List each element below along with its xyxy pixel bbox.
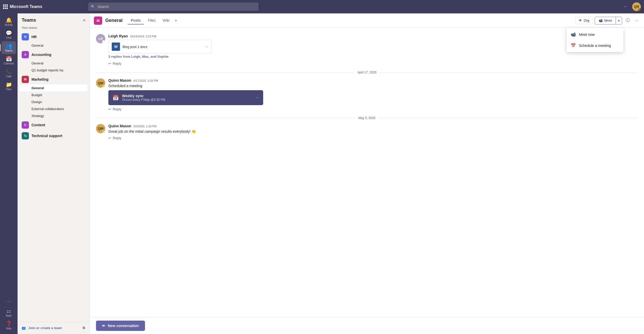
meet-button-group: 📹 Meet ▾ (595, 17, 622, 24)
calls-icon: 📞 (6, 69, 12, 74)
channel-item-marketing-general[interactable]: General (20, 85, 87, 91)
activity-icon: 🔔 (6, 18, 12, 23)
file-attachment[interactable]: W Blog post 1.docx ··· (108, 40, 212, 54)
busy-status: ⊘ (102, 40, 105, 43)
meeting-icon: 📅 (112, 95, 119, 101)
header-more-button[interactable]: ··· (622, 3, 629, 10)
team-item-content: C Content ··· (20, 120, 87, 130)
file-more-button[interactable]: ··· (205, 45, 208, 49)
msg-time-1: 10/24/2019, 2:23 PM (130, 35, 156, 38)
team-item-accounting: A Accounting ··· General Q1 budget repor… (20, 49, 87, 74)
team-header-marketing[interactable]: M Marketing ··· (20, 74, 87, 85)
teams-icon: 👥 (6, 43, 12, 48)
activity-label: Activity (5, 23, 13, 26)
help-label: Help (6, 327, 12, 330)
tab-add-button[interactable]: + (174, 17, 178, 24)
channel-header: M General Posts Files Wiki + 👁 Org 📹 Mee… (90, 13, 644, 28)
word-icon: W (112, 43, 120, 51)
msg-body-1: Leigh Ryan 10/24/2019, 2:23 PM W Blog po… (108, 34, 638, 66)
reply-icon-1: ↩ (108, 62, 111, 65)
join-team-button[interactable]: 👥 Join or create a team ⚙ (20, 324, 87, 332)
new-conversation-button[interactable]: ✏ New conversation (96, 321, 145, 331)
date-label-apr17: April 17, 2020 (357, 71, 376, 74)
filter-icon[interactable]: ≡ (83, 18, 85, 23)
sidebar-item-teams[interactable]: 👥 Teams (2, 41, 16, 54)
meeting-info: Weekly sync Occurs every Friday @3:30 PM (122, 94, 253, 102)
channel-item-marketing-budget[interactable]: Budget (20, 91, 87, 98)
replies-link-1[interactable]: 3 replies from Leigh, Max, and Sophie (108, 54, 638, 60)
files-label: Files (6, 88, 11, 91)
msg-meta-3: Quinn Mason 5/5/2020, 1:43 PM (108, 124, 638, 128)
settings-icon[interactable]: ⚙ (82, 326, 85, 330)
channel-more-button[interactable]: ··· (633, 17, 640, 24)
team-header-content[interactable]: C Content ··· (20, 120, 87, 130)
teams-panel-header: Teams ≡ (18, 13, 90, 25)
new-conv-icon: ✏ (102, 324, 105, 328)
channel-item-accounting-q1[interactable]: Q1 budget reports ha (20, 67, 87, 74)
sidebar-item-chat[interactable]: 💬 Chat (2, 28, 16, 41)
meet-now-item[interactable]: 📹 Meet now (567, 29, 623, 40)
sidebar-item-calendar[interactable]: 📅 Calendar (2, 54, 16, 67)
status-online-1 (103, 85, 105, 87)
reply-button-3[interactable]: ↩ Reply (108, 135, 638, 141)
join-team-label: Join or create a team (28, 326, 62, 330)
sidebar-rail: 🔔 Activity 💬 Chat 👥 Teams 📅 Calendar 📞 C… (0, 13, 18, 334)
sidebar-item-files[interactable]: 📁 Files (2, 80, 16, 93)
reply-button-2[interactable]: ↩ Reply (108, 106, 638, 112)
rail-more-dots[interactable]: ··· (4, 297, 13, 306)
sidebar-item-help[interactable]: ❓ Help (2, 319, 16, 332)
file-name: Blog post 1.docx (123, 45, 203, 49)
reply-button-1[interactable]: ↩ Reply (108, 61, 638, 66)
team-item-techsupport: Ts Technical support ··· (20, 131, 87, 141)
status-online-2 (103, 131, 105, 133)
search-bar: 🔍 (88, 3, 259, 11)
channel-item-marketing-strategy[interactable]: Strategy (20, 112, 87, 119)
tab-files[interactable]: Files (145, 17, 159, 24)
teams-label: Teams (5, 49, 12, 52)
meet-label: Meet (604, 19, 612, 22)
date-line-right (380, 72, 638, 73)
sidebar-item-activity[interactable]: 🔔 Activity (2, 15, 16, 28)
calls-label: Calls (6, 75, 12, 78)
join-team-icon: 👥 (22, 326, 26, 330)
search-input[interactable] (88, 3, 259, 11)
team-header-accounting[interactable]: A Accounting ··· (20, 49, 87, 60)
teams-list: Your teams H HR ··· General A Accounting… (18, 25, 90, 322)
sidebar-item-calls[interactable]: 📞 Calls (2, 67, 16, 80)
org-icon: 👁 (579, 19, 582, 22)
meet-main-button[interactable]: 📹 Meet (595, 17, 616, 24)
channel-item-accounting-general[interactable]: General (20, 60, 87, 67)
channel-item-hr-general[interactable]: General (20, 42, 87, 49)
teams-panel: Teams ≡ Your teams H HR ··· General A Ac… (18, 13, 90, 334)
your-teams-label: Your teams (20, 25, 87, 32)
msg-text-2: Scheduled a meeting (108, 84, 638, 89)
apps-icon: ⚏ (6, 308, 11, 313)
channel-item-marketing-external[interactable]: External collaborators (20, 105, 87, 112)
reply-icon-3: ↩ (108, 136, 111, 140)
info-button[interactable]: ⓘ (624, 17, 631, 24)
schedule-label: Schedule a meeting (579, 44, 611, 48)
team-name-accounting: Accounting (31, 53, 78, 57)
team-header-hr[interactable]: H HR ··· (20, 32, 87, 42)
tab-wiki[interactable]: Wiki (160, 17, 173, 24)
avatar-quinn-1: QM (96, 78, 105, 88)
calendar-icon: 📅 (6, 56, 12, 61)
team-header-techsupport[interactable]: Ts Technical support ··· (20, 131, 87, 141)
channel-item-marketing-design[interactable]: Design (20, 98, 87, 105)
date-separator-may5: May 5, 2020 (90, 114, 644, 122)
team-name-hr: HR (31, 35, 78, 39)
date-line-right-2 (379, 118, 638, 118)
schedule-meeting-item[interactable]: 📅 Schedule a meeting (567, 40, 623, 51)
header-right: ··· QM (259, 2, 641, 11)
user-avatar[interactable]: QM (632, 2, 641, 11)
meet-chevron-button[interactable]: ▾ (616, 17, 622, 24)
chat-icon: 💬 (6, 30, 12, 36)
reply-icon-2: ↩ (108, 107, 111, 111)
meeting-card[interactable]: 📅 Weekly sync Occurs every Friday @3:30 … (108, 90, 263, 105)
channel-title: General (105, 18, 123, 23)
meeting-more-button[interactable]: ··· (256, 95, 259, 100)
tab-posts[interactable]: Posts (128, 17, 144, 24)
org-button[interactable]: 👁 Org (575, 17, 593, 24)
app-header: Microsoft Teams 🔍 ··· QM (0, 0, 644, 13)
sidebar-item-apps[interactable]: ⚏ Apps (2, 306, 16, 319)
